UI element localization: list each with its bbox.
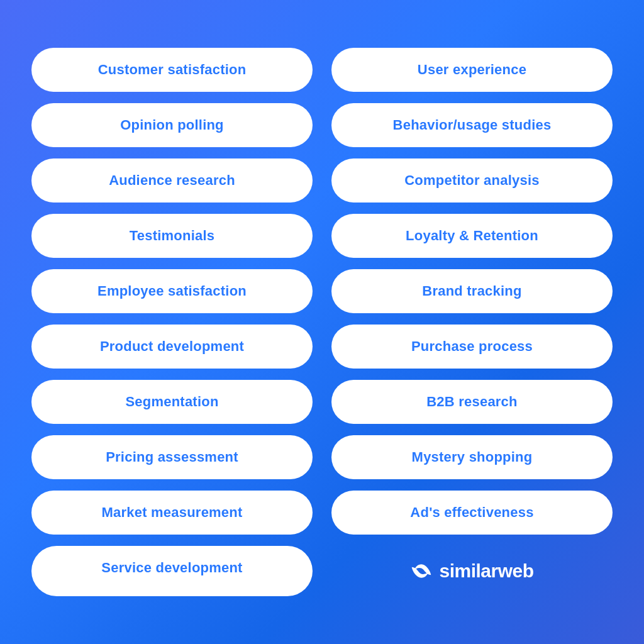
branding-container: similarweb — [331, 546, 613, 596]
pill-left-1: Opinion polling — [31, 103, 313, 147]
page-background: Customer satisfactionUser experienceOpin… — [0, 0, 644, 644]
similarweb-icon — [410, 560, 433, 582]
pill-right-8: Ad's effectiveness — [331, 491, 613, 535]
pill-left-0: Customer satisfaction — [31, 48, 313, 92]
pills-grid: Customer satisfactionUser experienceOpin… — [31, 48, 613, 596]
pill-right-0: User experience — [331, 48, 613, 92]
pill-left-3: Testimonials — [31, 214, 313, 258]
pill-left-8: Market measurement — [31, 491, 313, 535]
pill-left-2: Audience research — [31, 158, 313, 203]
pill-right-6: B2B research — [331, 380, 613, 424]
pill-left-4: Employee satisfaction — [31, 269, 313, 313]
pill-right-3: Loyalty & Retention — [331, 214, 613, 258]
pill-left-5: Product development — [31, 325, 313, 369]
pill-right-4: Brand tracking — [331, 269, 613, 313]
similarweb-name: similarweb — [439, 560, 533, 582]
pill-left-6: Segmentation — [31, 380, 313, 424]
pill-right-7: Mystery shopping — [331, 435, 613, 479]
pill-right-5: Purchase process — [331, 325, 613, 369]
pill-right-1: Behavior/usage studies — [331, 103, 613, 147]
pill-left-7: Pricing assessment — [31, 435, 313, 479]
pill-left-9: Service development — [31, 546, 313, 596]
pill-right-2: Competitor analysis — [331, 158, 613, 203]
